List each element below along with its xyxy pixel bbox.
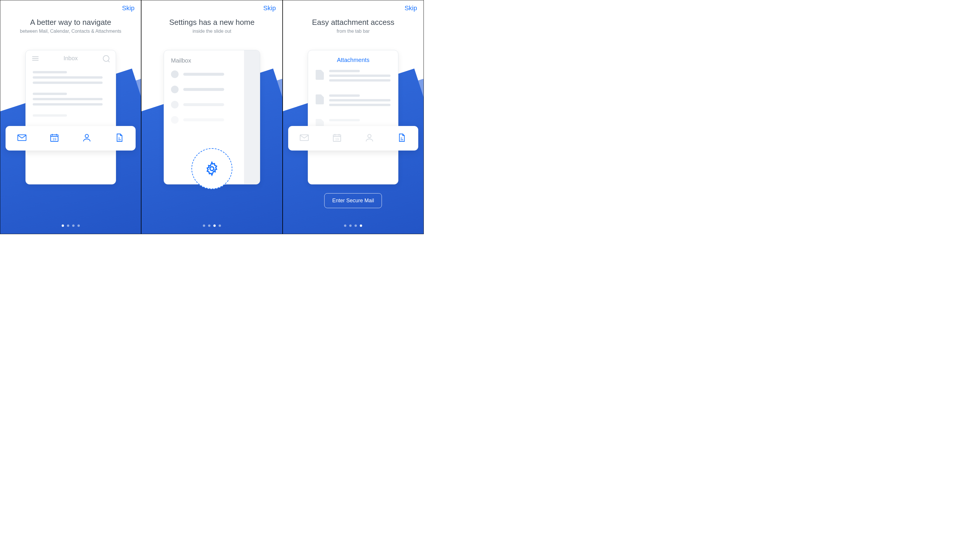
pager-dot [72, 225, 75, 227]
page-indicator [62, 225, 80, 227]
file-icon[interactable] [115, 133, 125, 144]
list-item [171, 71, 253, 78]
settings-highlight[interactable] [192, 148, 233, 189]
onboarding-panel-1: Skip A better way to navigate between Ma… [0, 0, 141, 234]
list-item [171, 116, 253, 124]
calendar-icon[interactable]: 19 [49, 133, 59, 144]
image-file-icon [316, 94, 324, 104]
page-indicator [203, 225, 221, 227]
panel-heading: A better way to navigate between Mail, C… [0, 18, 141, 34]
contact-icon[interactable] [364, 133, 374, 144]
panel-subtitle: between Mail, Calendar, Contacts & Attac… [0, 29, 141, 34]
svg-rect-5 [300, 135, 308, 141]
panel-title: Easy attachment access [283, 18, 423, 27]
onboarding-panel-2: Skip Settings has a new home inside the … [141, 0, 282, 234]
pager-dot [360, 225, 362, 227]
onboarding-panel-3: Skip Easy attachment access from the tab… [283, 0, 424, 234]
page-indicator [344, 225, 362, 227]
tab-bar: 19 [288, 126, 418, 151]
panel-subtitle: inside the slide out [141, 29, 282, 34]
svg-text:19: 19 [52, 137, 56, 141]
pager-dot [67, 225, 69, 227]
pdf-file-icon [316, 70, 324, 80]
pager-dot [219, 225, 221, 227]
file-icon[interactable] [397, 133, 407, 144]
enter-secure-mail-button[interactable]: Enter Secure Mail [324, 193, 382, 208]
svg-point-3 [85, 135, 88, 138]
list-item [171, 85, 253, 93]
list-item [316, 70, 390, 84]
svg-text:19: 19 [335, 137, 339, 141]
panel-subtitle: from the tab bar [283, 29, 423, 34]
attachments-title: Attachments [308, 50, 398, 65]
svg-point-8 [368, 135, 371, 138]
mail-icon[interactable] [17, 133, 27, 144]
skip-button[interactable]: Skip [263, 4, 276, 12]
skip-button[interactable]: Skip [122, 4, 135, 12]
panel-title: Settings has a new home [141, 18, 282, 27]
pager-dot [354, 225, 357, 227]
panel-heading: Settings has a new home inside the slide… [141, 18, 282, 34]
contact-icon[interactable] [82, 133, 92, 144]
panel-heading: Easy attachment access from the tab bar [283, 18, 423, 34]
mail-icon[interactable] [299, 133, 309, 144]
list-item [316, 94, 390, 108]
gear-icon [204, 161, 220, 176]
pager-dot [349, 225, 352, 227]
calendar-icon[interactable]: 19 [332, 133, 342, 144]
search-icon [103, 55, 109, 62]
panel-title: A better way to navigate [0, 18, 141, 27]
svg-point-4 [210, 167, 214, 171]
pager-dot [213, 225, 216, 227]
svg-rect-0 [18, 135, 26, 141]
pager-dot [208, 225, 210, 227]
tab-bar: 19 [5, 126, 136, 151]
pager-dot [77, 225, 80, 227]
pager-dot [203, 225, 205, 227]
pager-dot [62, 225, 64, 227]
skeleton-content [26, 64, 116, 133]
list-item [171, 101, 253, 108]
skip-button[interactable]: Skip [405, 4, 417, 12]
hamburger-icon [32, 56, 39, 61]
inbox-title: Inbox [64, 55, 78, 62]
pager-dot [344, 225, 346, 227]
inbox-mock-card: Inbox [25, 50, 116, 184]
attachments-mock-card: Attachments [308, 50, 398, 184]
